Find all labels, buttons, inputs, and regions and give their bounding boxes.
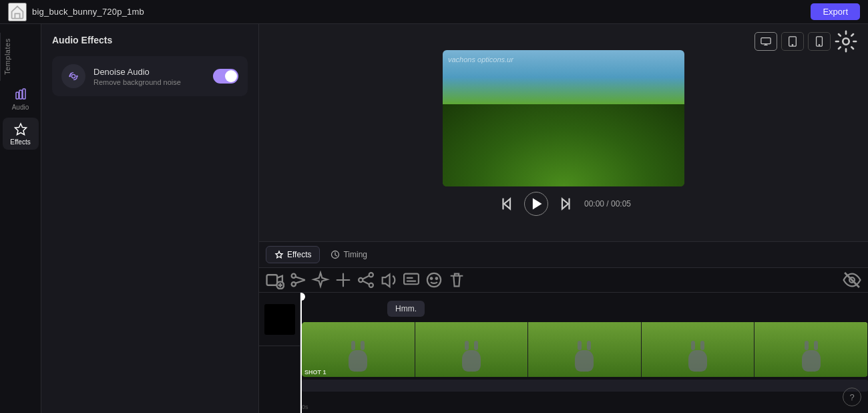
delete-button[interactable] bbox=[447, 271, 466, 289]
timeline-ruler: 0s bbox=[300, 401, 868, 410]
svg-point-19 bbox=[292, 282, 296, 286]
cut-button[interactable] bbox=[288, 271, 307, 289]
video-display: vachons opticons.ur bbox=[443, 50, 684, 186]
sidebar-effects-label: Effects bbox=[10, 138, 30, 146]
visibility-button[interactable] bbox=[843, 271, 861, 289]
sparkle-button[interactable] bbox=[311, 271, 330, 289]
effect-description: Remove background noise bbox=[93, 78, 205, 86]
top-bar: big_buck_bunny_720p_1mb Export bbox=[0, 0, 868, 24]
svg-point-26 bbox=[431, 277, 432, 279]
share-button[interactable] bbox=[357, 271, 375, 289]
effect-info: Denoise Audio Remove background noise bbox=[93, 67, 205, 86]
timeline-toolbar bbox=[259, 268, 868, 293]
sidebar-icons: Templates Audio Effects bbox=[0, 24, 41, 413]
sidebar-item-templates[interactable]: Templates bbox=[0, 33, 14, 81]
device-settings-button[interactable] bbox=[835, 32, 857, 51]
svg-point-18 bbox=[292, 274, 296, 278]
bunny-silhouette-2 bbox=[462, 350, 481, 372]
play-button[interactable] bbox=[524, 192, 548, 216]
svg-marker-3 bbox=[15, 124, 26, 135]
bunny-silhouette-3 bbox=[575, 350, 594, 372]
svg-rect-7 bbox=[761, 38, 771, 44]
video-title: big_buck_bunny_720p_1mb bbox=[32, 7, 144, 17]
video-frame-4 bbox=[642, 322, 755, 377]
tab-timing-label: Timing bbox=[343, 250, 367, 259]
sidebar-audio-label: Audio bbox=[12, 104, 29, 111]
total-time: 00:05 bbox=[611, 199, 631, 209]
tab-timing[interactable]: Timing bbox=[322, 247, 375, 263]
svg-rect-16 bbox=[267, 275, 278, 285]
emoji-button[interactable] bbox=[425, 271, 443, 289]
export-button[interactable]: Export bbox=[811, 3, 860, 20]
svg-rect-0 bbox=[16, 92, 19, 99]
effect-name: Denoise Audio bbox=[93, 67, 205, 77]
svg-point-12 bbox=[843, 38, 849, 44]
svg-marker-13 bbox=[533, 198, 542, 209]
playhead[interactable] bbox=[300, 293, 302, 413]
video-section: vachons opticons.ur bbox=[259, 24, 868, 241]
playhead-handle bbox=[300, 293, 305, 301]
svg-rect-2 bbox=[23, 89, 25, 99]
sidebar-item-effects[interactable]: Effects bbox=[3, 118, 39, 150]
svg-point-25 bbox=[427, 273, 441, 287]
tab-effects-label: Effects bbox=[287, 250, 311, 259]
help-button[interactable]: ? bbox=[843, 388, 861, 406]
audio-effects-panel: Audio Effects Denoise Audio Remove backg… bbox=[41, 24, 259, 413]
sidebar-item-audio[interactable]: Audio bbox=[3, 83, 39, 115]
effect-item-denoise: Denoise Audio Remove background noise bbox=[52, 56, 248, 96]
playback-bar: 00:00 / 00:05 bbox=[496, 192, 631, 216]
current-time: 00:00 bbox=[584, 199, 604, 209]
fast-forward-button[interactable] bbox=[556, 194, 576, 214]
time-display: 00:00 / 00:05 bbox=[584, 199, 631, 209]
rewind-button[interactable] bbox=[496, 194, 516, 214]
main-area: Templates Audio Effects Audio Effects bbox=[0, 24, 868, 413]
video-frame-2 bbox=[415, 322, 529, 377]
denoise-toggle[interactable] bbox=[213, 69, 238, 84]
timeline-content: Hmm. + SHOT 1 bbox=[259, 293, 868, 413]
hmm-tooltip: Hmm. bbox=[387, 301, 425, 317]
video-frame-1: SHOT 1 bbox=[302, 322, 415, 377]
timeline-tabs: Effects Timing bbox=[259, 242, 868, 268]
subtitle-track bbox=[302, 380, 868, 392]
timeline-main: Hmm. + SHOT 1 bbox=[300, 293, 868, 413]
svg-rect-24 bbox=[404, 274, 419, 285]
top-bar-left: big_buck_bunny_720p_1mb bbox=[8, 3, 144, 21]
denoise-icon bbox=[61, 64, 85, 88]
add-media-button[interactable] bbox=[266, 271, 284, 289]
track-thumbnail bbox=[259, 293, 300, 346]
svg-marker-20 bbox=[314, 273, 327, 286]
timeline-section: Effects Timing bbox=[259, 241, 868, 413]
svg-point-4 bbox=[71, 74, 75, 78]
svg-point-11 bbox=[819, 45, 819, 45]
svg-point-6 bbox=[76, 76, 78, 78]
expand-button[interactable] bbox=[334, 271, 353, 289]
video-frame-3 bbox=[528, 322, 642, 377]
bunny-silhouette-5 bbox=[802, 350, 821, 372]
center-area: vachons opticons.ur bbox=[259, 24, 868, 413]
mobile-device-button[interactable] bbox=[808, 32, 831, 51]
video-frame-5 bbox=[754, 322, 868, 377]
device-toolbar bbox=[754, 32, 857, 51]
caption-button[interactable] bbox=[402, 271, 421, 289]
video-watermark: vachons opticons.ur bbox=[448, 55, 513, 63]
panel-title: Audio Effects bbox=[52, 35, 248, 45]
timeline-left-panel bbox=[259, 293, 300, 413]
time-separator: / bbox=[604, 199, 611, 209]
svg-point-23 bbox=[369, 283, 373, 287]
home-button[interactable] bbox=[8, 3, 27, 21]
svg-point-9 bbox=[792, 45, 793, 45]
volume-button[interactable] bbox=[379, 271, 398, 289]
track-thumbnail-image bbox=[264, 304, 295, 335]
svg-point-5 bbox=[69, 76, 71, 78]
tab-effects[interactable]: Effects bbox=[266, 246, 320, 263]
video-frame: vachons opticons.ur bbox=[443, 50, 684, 186]
shot-label: SHOT 1 bbox=[304, 369, 327, 376]
svg-point-22 bbox=[359, 278, 363, 282]
ruler-mark-0s: 0s bbox=[302, 404, 308, 410]
desktop-device-button[interactable] bbox=[754, 32, 777, 51]
video-scene: vachons opticons.ur bbox=[443, 50, 684, 186]
tablet-device-button[interactable] bbox=[781, 32, 804, 51]
video-track: SHOT 1 bbox=[302, 322, 868, 377]
bunny-silhouette-1 bbox=[349, 350, 367, 372]
bunny-silhouette-4 bbox=[688, 350, 707, 372]
